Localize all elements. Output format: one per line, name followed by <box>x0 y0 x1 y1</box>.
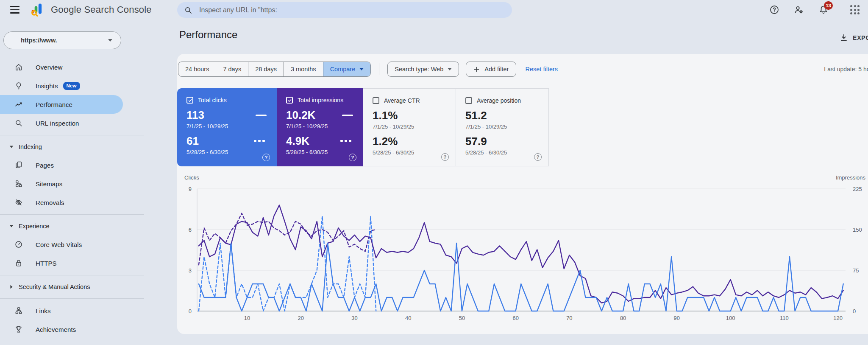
help-icon[interactable]: ? <box>349 154 356 161</box>
sidebar-item-removals[interactable]: Removals <box>0 193 144 212</box>
sidebar-item-core-web-vitals[interactable]: Core Web Vitals <box>0 235 144 254</box>
left-axis-title: Clicks <box>184 174 199 181</box>
menu-icon[interactable] <box>5 0 25 20</box>
new-badge: New <box>63 82 80 90</box>
help-button[interactable] <box>769 4 780 15</box>
gsc-performance-page: { "topbar": { "app_title": "Google Searc… <box>0 0 868 345</box>
pages-icon <box>14 161 23 169</box>
position-current-value: 51.2 <box>465 110 539 121</box>
help-icon[interactable]: ? <box>441 153 449 161</box>
tab-7-days[interactable]: 7 days <box>216 62 248 76</box>
sidebar-item-https[interactable]: HTTPS <box>0 254 144 272</box>
notifications-button[interactable]: 13 <box>818 4 829 15</box>
top-app-bar: Google Search Console 13 <box>0 0 868 20</box>
clicks-current-range: 7/1/25 - 10/29/25 <box>186 123 267 129</box>
right-axis-title: Impressions <box>836 174 866 181</box>
chevron-down-icon <box>448 68 452 70</box>
topbar-actions: 13 <box>769 0 860 20</box>
reset-filters-link[interactable]: Reset filters <box>526 66 558 73</box>
sidebar-section-experience[interactable]: Experience <box>0 217 144 235</box>
sidebar-item-overview[interactable]: Overview <box>0 58 144 76</box>
add-filter-button[interactable]: Add filter <box>466 62 516 77</box>
performance-chart[interactable]: 0037561509225102030405060708090100110120… <box>177 173 868 331</box>
average-position-card[interactable]: Average position 51.2 7/1/25 - 10/29/25 … <box>456 88 549 166</box>
chevron-down-icon <box>10 146 14 148</box>
check-icon <box>287 98 292 103</box>
search-icon <box>184 6 192 14</box>
export-button[interactable]: EXPORT <box>839 33 868 42</box>
url-inspect-input[interactable] <box>199 6 453 14</box>
sidebar-item-performance[interactable]: Performance <box>0 95 123 114</box>
position-previous-value: 57.9 <box>465 136 539 147</box>
url-inspect-searchbar[interactable] <box>177 2 512 18</box>
help-icon <box>769 5 779 15</box>
date-range-tabs: 24 hours 7 days 28 days 3 months Compare <box>178 62 371 77</box>
position-previous-range: 5/28/25 - 6/30/25 <box>465 149 539 156</box>
total-impressions-card[interactable]: Total impressions 10.2K 7/1/25 - 10/29/2… <box>277 88 363 166</box>
tab-28-days[interactable]: 28 days <box>248 62 284 76</box>
plus-icon <box>473 66 480 73</box>
search-type-filter[interactable]: Search type: Web <box>387 62 459 77</box>
gauge-icon <box>14 240 23 249</box>
notification-count-badge: 13 <box>824 1 833 10</box>
filters-row: 24 hours 7 days 28 days 3 months Compare… <box>178 62 868 77</box>
x-axis-tick: 10 <box>244 315 250 321</box>
sidebar: https://www. Overview Insights New Perfo… <box>0 20 144 345</box>
sidebar-item-url-inspection[interactable]: URL inspection <box>0 114 144 132</box>
left-axis-tick: 3 <box>189 267 192 274</box>
ctr-current-range: 7/1/25 - 10/29/25 <box>373 123 446 130</box>
right-axis-tick: 150 <box>853 227 862 233</box>
average-ctr-card[interactable]: Average CTR 1.1% 7/1/25 - 10/29/25 1.2% … <box>363 88 456 166</box>
total-clicks-card[interactable]: Total clicks 113 7/1/25 - 10/29/25 61 5/… <box>177 88 277 166</box>
chevron-down-icon <box>108 39 112 42</box>
sidebar-item-sitemaps[interactable]: Sitemaps <box>0 174 144 193</box>
sidebar-item-insights[interactable]: Insights New <box>0 76 144 95</box>
x-axis-tick: 50 <box>459 315 465 321</box>
x-axis-tick: 30 <box>351 315 357 321</box>
average-ctr-checkbox[interactable] <box>373 97 379 104</box>
sidebar-item-pages[interactable]: Pages <box>0 156 144 174</box>
trophy-icon <box>14 325 23 334</box>
total-impressions-checkbox[interactable] <box>286 97 293 104</box>
ctr-current-value: 1.1% <box>373 110 446 121</box>
total-clicks-checkbox[interactable] <box>186 97 193 104</box>
tab-24-hours[interactable]: 24 hours <box>178 62 216 76</box>
tab-compare[interactable]: Compare <box>323 62 371 76</box>
google-apps-button[interactable] <box>849 4 860 15</box>
sidebar-section-security[interactable]: Security & Manual Actions <box>0 278 144 296</box>
sidebar-divider <box>0 275 144 275</box>
x-axis-tick: 120 <box>833 315 843 321</box>
chevron-down-icon <box>359 68 364 70</box>
last-update-text: Last update: 5 hours <box>824 66 868 73</box>
x-axis-tick: 80 <box>620 315 626 321</box>
x-axis-tick: 110 <box>780 315 789 321</box>
x-axis-tick: 70 <box>566 315 572 321</box>
ctr-previous-value: 1.2% <box>373 136 446 147</box>
performance-panel: 24 hours 7 days 28 days 3 months Compare… <box>177 54 868 334</box>
chevron-down-icon <box>10 225 14 227</box>
sidebar-divider <box>0 135 144 135</box>
clicks-previous-range: 5/28/25 - 6/30/25 <box>186 149 267 155</box>
sidebar-section-indexing[interactable]: Indexing <box>0 138 144 156</box>
right-axis-tick: 225 <box>853 186 862 192</box>
download-icon <box>839 33 849 42</box>
user-settings-button[interactable] <box>793 4 804 15</box>
series-total-clicks-7-1-25-10-29-25 <box>199 243 843 311</box>
sidebar-item-links[interactable]: Links <box>0 301 144 320</box>
sidebar-item-achievements[interactable]: Achievements <box>0 320 144 339</box>
position-current-range: 7/1/25 - 10/29/25 <box>465 123 539 130</box>
lock-icon <box>14 259 23 267</box>
sidebar-divider <box>0 298 144 299</box>
property-selector-label: https://www. <box>21 37 57 44</box>
help-icon[interactable]: ? <box>534 153 542 161</box>
links-tree-icon <box>14 306 23 315</box>
lightbulb-icon <box>14 81 23 90</box>
average-position-checkbox[interactable] <box>465 97 472 104</box>
property-selector[interactable]: https://www. <box>3 31 121 49</box>
tab-3-months[interactable]: 3 months <box>284 62 323 76</box>
trending-up-icon <box>14 100 23 109</box>
x-axis-tick: 100 <box>726 315 735 321</box>
home-icon <box>14 63 23 71</box>
solid-line-legend-mark <box>256 115 267 116</box>
help-icon[interactable]: ? <box>262 154 270 161</box>
